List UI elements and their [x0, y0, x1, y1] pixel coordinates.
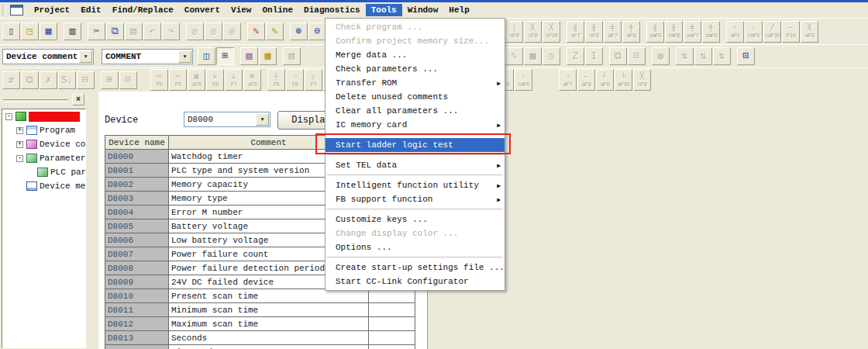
- device-name-cell[interactable]: D8011: [105, 303, 169, 317]
- remote-operation-button[interactable]: ◍: [652, 47, 670, 65]
- find-instruction-button[interactable]: ◎: [223, 22, 241, 40]
- child-window-icon[interactable]: [10, 5, 23, 16]
- panel-close-button[interactable]: ×: [72, 94, 84, 105]
- statement-sort-button[interactable]: S↓: [58, 71, 76, 89]
- write-mode-button[interactable]: ✎: [247, 22, 265, 40]
- ladder-saF6-button[interactable]: ╫saF6: [665, 21, 683, 43]
- menu-item-ic-memory-card[interactable]: IC memory card▶: [326, 118, 505, 132]
- menu-item-fb-support-function[interactable]: FB support function▶: [326, 192, 505, 206]
- edit-comment-button[interactable]: ✎: [505, 47, 523, 65]
- collapse-icon[interactable]: -: [5, 113, 12, 120]
- ladder-cF9-button[interactable]: ╳cF9: [633, 69, 651, 91]
- collapse-icon[interactable]: -: [16, 155, 23, 162]
- zoom-out-button[interactable]: ⊖: [308, 22, 326, 40]
- menu-item-intelligent-function-utility[interactable]: Intelligent function utility▶: [326, 178, 505, 192]
- ladder-sF8-button[interactable]: ╫sF8: [585, 21, 603, 43]
- comment-display-button[interactable]: ▤: [240, 47, 258, 65]
- ladder-cF9-button[interactable]: ╳cF9: [524, 21, 542, 43]
- extra-cell[interactable]: [369, 289, 415, 303]
- ladder-F6-button[interactable]: ¬F6: [286, 69, 304, 91]
- menubar-item-convert[interactable]: Convert: [179, 4, 226, 16]
- step-run-button[interactable]: Z: [567, 47, 584, 65]
- find-comment-button[interactable]: ◫: [198, 47, 215, 65]
- device-name-cell[interactable]: D8014: [105, 345, 169, 349]
- menubar-item-tools[interactable]: Tools: [366, 4, 402, 16]
- dropdown-arrow-icon[interactable]: ▼: [178, 50, 191, 63]
- zoom-in-button[interactable]: ⊕: [290, 22, 308, 40]
- device-name-cell[interactable]: D8006: [105, 233, 169, 247]
- tree-item-plc-parameter[interactable]: PLC parameter: [2, 165, 85, 179]
- menubar-item-diagnostics[interactable]: Diagnostics: [298, 4, 366, 16]
- device-combobox[interactable]: D8000 ▼: [184, 112, 270, 127]
- comment-cell[interactable]: Seconds: [169, 331, 369, 345]
- extra-cell[interactable]: [369, 303, 415, 317]
- menu-item-transfer-rom[interactable]: Transfer ROM▶: [326, 76, 505, 90]
- extra-cell[interactable]: [369, 345, 415, 349]
- menu-item-merge-data[interactable]: Merge data ...: [326, 48, 505, 62]
- ladder-F5-button[interactable]: ┼F5: [267, 69, 285, 91]
- comment-cell[interactable]: Minute data: [169, 345, 369, 349]
- open-project-button[interactable]: ◳: [21, 22, 39, 40]
- sort-filter-button[interactable]: ⇅: [713, 47, 731, 65]
- menubar-grip[interactable]: [2, 5, 6, 16]
- project-data-list-button[interactable]: ⊞: [216, 47, 234, 65]
- insert-mode-button[interactable]: ✎: [266, 22, 284, 40]
- ladder-sF9-button[interactable]: │sF9: [505, 21, 523, 43]
- instruction-list-view-button[interactable]: ⧉: [21, 71, 39, 89]
- menu-item-options[interactable]: Options ...: [326, 240, 505, 254]
- device-name-cell[interactable]: D8003: [105, 192, 169, 206]
- extra-cell[interactable]: [369, 317, 415, 331]
- ladder-caF5-button[interactable]: ↓caF5: [745, 21, 763, 43]
- menubar-item-find-replace[interactable]: Find/Replace: [107, 4, 179, 16]
- tree-item-program[interactable]: +Program: [2, 123, 85, 137]
- menubar-item-window[interactable]: Window: [402, 4, 444, 16]
- comment-name-combobox[interactable]: COMMENT ▼: [102, 49, 193, 64]
- step-interval-button[interactable]: I: [585, 47, 603, 65]
- ladder-caF10-button[interactable]: ╱caF10: [763, 21, 781, 43]
- device-name-cell[interactable]: D8001: [105, 164, 169, 178]
- ladder-aF9-button[interactable]: ╳aF9: [801, 21, 818, 43]
- device-name-cell[interactable]: D8008: [105, 261, 169, 275]
- menu-item-start-cc-link-configurator[interactable]: Start CC-Link Configurator: [326, 275, 505, 289]
- copy-button[interactable]: ⧉: [106, 22, 124, 40]
- menu-item-check-parameters[interactable]: Check parameters ...: [326, 62, 505, 76]
- device-name-cell[interactable]: D8002: [105, 178, 169, 192]
- ladder-cF10-button[interactable]: ╳cF10: [542, 21, 560, 43]
- ladder-sF6-button[interactable]: ▤sF6: [188, 69, 205, 91]
- tree-item-parameter[interactable]: -Parameter: [2, 151, 85, 165]
- ladder-F10-button[interactable]: ─F10: [782, 21, 800, 43]
- ladder-caF5-button[interactable]: ↓caF5: [515, 69, 532, 91]
- data-check-button[interactable]: ▤: [283, 47, 301, 65]
- find-button[interactable]: ◎: [186, 22, 204, 40]
- print-button[interactable]: ▥: [64, 22, 81, 40]
- expand-icon[interactable]: +: [16, 141, 23, 148]
- device-name-cell[interactable]: D8007: [105, 247, 169, 261]
- monitor-mode-button[interactable]: ⊡: [737, 47, 755, 65]
- device-name-cell[interactable]: D8005: [105, 219, 169, 233]
- menubar-item-edit[interactable]: Edit: [75, 4, 106, 16]
- ladder-sF7-button[interactable]: ╫sF7: [567, 21, 584, 43]
- ladder-F8-button[interactable]: ↳F8: [206, 69, 224, 91]
- device-name-cell[interactable]: D8000: [105, 150, 169, 164]
- extra-cell[interactable]: [369, 331, 415, 345]
- device-name-cell[interactable]: D8009: [105, 275, 169, 289]
- menu-item-clear-all-parameters[interactable]: Clear all parameters ...: [326, 104, 505, 118]
- tree-item-project-root[interactable]: -: [2, 109, 85, 123]
- ladder-aF5-button[interactable]: ↑aF5: [726, 21, 744, 43]
- device-name-cell[interactable]: D8010: [105, 289, 169, 303]
- window-next-button[interactable]: ⊡: [628, 47, 646, 65]
- menu-item-set-tel-data[interactable]: Set TEL data▶: [326, 158, 505, 172]
- comment-cell[interactable]: Maximum scan time: [169, 317, 369, 331]
- memory-grid-button[interactable]: ▦: [524, 47, 542, 65]
- device-name-cell[interactable]: D8012: [105, 317, 169, 331]
- error-jump-button[interactable]: ✗: [40, 71, 57, 89]
- menu-item-start-ladder-logic-test[interactable]: Start ladder logic test: [326, 138, 505, 152]
- all-device-grid-button[interactable]: ⊞: [101, 71, 119, 89]
- ladder-aF8-button[interactable]: ╪aF8: [622, 21, 640, 43]
- cut-button[interactable]: ✂: [88, 22, 105, 40]
- sort-descending-button[interactable]: ⇅: [694, 47, 712, 65]
- ladder-view-button[interactable]: ⇵: [2, 71, 20, 89]
- ladder-saF7-button[interactable]: ╪saF7: [684, 21, 701, 43]
- save-project-button[interactable]: ▦: [40, 22, 57, 40]
- menubar-item-project[interactable]: Project: [29, 4, 75, 16]
